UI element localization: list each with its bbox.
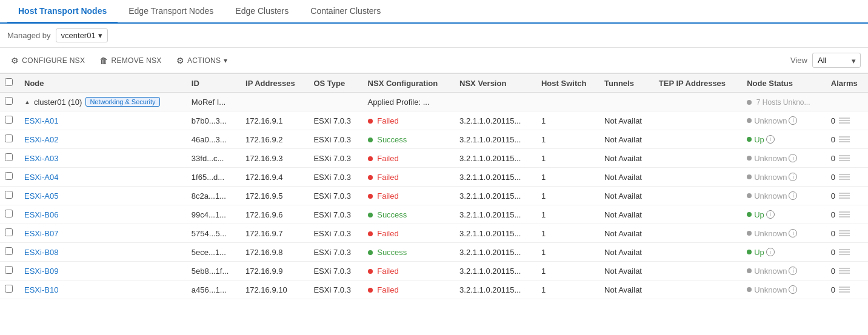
- cluster-host-switch: [536, 93, 599, 111]
- alarm-line-1: [839, 249, 850, 250]
- tab-edge-clusters[interactable]: Edge Clusters: [224, 0, 299, 22]
- cluster-checkbox[interactable]: [5, 97, 13, 105]
- node-link[interactable]: ESXi-B07: [24, 229, 58, 238]
- configure-nsx-button[interactable]: ⚙ CONFIGURE NSX: [7, 53, 88, 68]
- tab-bar: Host Transport Nodes Edge Transport Node…: [0, 0, 868, 24]
- row-os: ESXi 7.0.3: [309, 130, 362, 149]
- row-checkbox-cell: [0, 280, 19, 299]
- tab-container-clusters[interactable]: Container Clusters: [299, 0, 392, 22]
- cluster-expand-icon[interactable]: ▲: [24, 99, 30, 105]
- row-checkbox[interactable]: [5, 116, 13, 124]
- row-checkbox[interactable]: [5, 210, 13, 217]
- node-status-dot: [747, 268, 752, 273]
- node-status-info-icon[interactable]: i: [789, 229, 797, 237]
- header-node: Node: [19, 74, 187, 93]
- row-checkbox[interactable]: [5, 153, 13, 161]
- row-nsx-version: 3.2.1.1.0.20115...: [455, 111, 536, 130]
- row-ip: 172.16.9.2: [241, 130, 309, 149]
- node-status-info-icon[interactable]: i: [789, 285, 797, 294]
- remove-nsx-button[interactable]: 🗑 REMOVE NSX: [96, 53, 165, 68]
- row-node: ESXi-B09: [19, 262, 187, 280]
- row-os: ESXi 7.0.3: [309, 111, 362, 130]
- row-os: ESXi 7.0.3: [309, 224, 362, 243]
- actions-button[interactable]: ⚙ ACTIONS ▾: [173, 53, 232, 68]
- node-status-text: Unknown: [754, 191, 787, 201]
- node-link[interactable]: ESXi-B10: [24, 285, 58, 294]
- row-checkbox[interactable]: [5, 247, 13, 255]
- row-ip: 172.16.9.1: [241, 111, 309, 130]
- node-status-info-icon[interactable]: i: [789, 173, 797, 181]
- table-wrap: Node ID IP Addresses OS Type NSX Configu…: [0, 73, 868, 299]
- alarm-line-2: [839, 289, 850, 290]
- nsx-config-dot: [368, 175, 373, 180]
- row-host-switch: 1: [536, 243, 599, 262]
- row-tunnels: Not Availat: [599, 149, 654, 168]
- row-alarms: 0: [826, 149, 868, 168]
- row-host-switch: 1: [536, 187, 599, 205]
- row-checkbox[interactable]: [5, 134, 13, 142]
- node-link[interactable]: ESXi-B09: [24, 267, 58, 276]
- row-checkbox[interactable]: [5, 191, 13, 199]
- cluster-node-status: 7 Hosts Unkno...: [742, 93, 826, 111]
- alarm-lines: [839, 118, 850, 124]
- row-checkbox[interactable]: [5, 228, 13, 236]
- table-row: ESXi-A02 46a0...3... 172.16.9.2 ESXi 7.0…: [0, 130, 868, 149]
- node-status-info-icon[interactable]: i: [766, 135, 775, 144]
- node-link[interactable]: ESXi-A01: [24, 116, 58, 125]
- alarm-count: 0: [831, 210, 835, 219]
- alarm-count: 0: [831, 285, 835, 294]
- row-checkbox-cell: [0, 205, 19, 224]
- node-status-info-icon[interactable]: i: [766, 248, 775, 256]
- row-alarms: 0: [826, 262, 868, 280]
- row-os: ESXi 7.0.3: [309, 262, 362, 280]
- row-nsx-config: Success: [363, 130, 455, 149]
- alarm-lines: [839, 136, 850, 142]
- cluster-tunnels: [599, 93, 654, 111]
- row-host-switch: 1: [536, 224, 599, 243]
- node-status-info-icon[interactable]: i: [789, 267, 797, 275]
- row-ip: 172.16.9.5: [241, 187, 309, 205]
- row-tunnels: Not Availat: [599, 224, 654, 243]
- row-node-status: Unknown i: [742, 262, 826, 280]
- row-alarms: 0: [826, 168, 868, 187]
- node-link[interactable]: ESXi-A02: [24, 135, 58, 144]
- node-status-info-icon[interactable]: i: [766, 210, 775, 219]
- row-os: ESXi 7.0.3: [309, 187, 362, 205]
- alarm-line-2: [839, 139, 850, 140]
- header-checkbox-cell: [0, 74, 19, 93]
- actions-label: ACTIONS: [187, 56, 221, 65]
- alarm-count: 0: [831, 135, 835, 144]
- cluster-ip: [241, 93, 309, 111]
- node-link[interactable]: ESXi-A04: [24, 173, 58, 182]
- node-link[interactable]: ESXi-B06: [24, 210, 58, 219]
- row-nsx-config: Success: [363, 205, 455, 224]
- row-checkbox[interactable]: [5, 285, 13, 293]
- node-link[interactable]: ESXi-A03: [24, 154, 58, 163]
- view-select[interactable]: All: [812, 53, 861, 68]
- row-tep-ip: [654, 111, 742, 130]
- tab-host-transport-nodes[interactable]: Host Transport Nodes: [7, 0, 118, 24]
- node-status-info-icon[interactable]: i: [789, 154, 797, 162]
- alarm-lines: [839, 268, 850, 274]
- tab-edge-transport-nodes[interactable]: Edge Transport Nodes: [118, 0, 224, 22]
- node-status-info-icon[interactable]: i: [789, 191, 797, 200]
- row-id: b7b0...3...: [187, 111, 241, 130]
- managed-by-select[interactable]: vcenter01 ▾: [56, 28, 108, 42]
- row-ip: 172.16.9.6: [241, 205, 309, 224]
- select-all-checkbox[interactable]: [5, 78, 13, 86]
- row-node-status: Unknown i: [742, 187, 826, 205]
- nsx-config-dot: [368, 156, 373, 161]
- nsx-config-dot: [368, 288, 373, 293]
- nsx-config-dot: [368, 269, 373, 274]
- row-nsx-version: 3.2.1.1.0.20115...: [455, 243, 536, 262]
- row-alarms: 0: [826, 111, 868, 130]
- row-node: ESXi-B06: [19, 205, 187, 224]
- node-status-info-icon[interactable]: i: [789, 116, 797, 125]
- node-link[interactable]: ESXi-B08: [24, 248, 58, 257]
- row-checkbox[interactable]: [5, 172, 13, 180]
- node-link[interactable]: ESXi-A05: [24, 191, 58, 201]
- row-tep-ip: [654, 187, 742, 205]
- row-checkbox[interactable]: [5, 266, 13, 274]
- row-tunnels: Not Availat: [599, 205, 654, 224]
- node-status-text: Unknown: [754, 154, 787, 163]
